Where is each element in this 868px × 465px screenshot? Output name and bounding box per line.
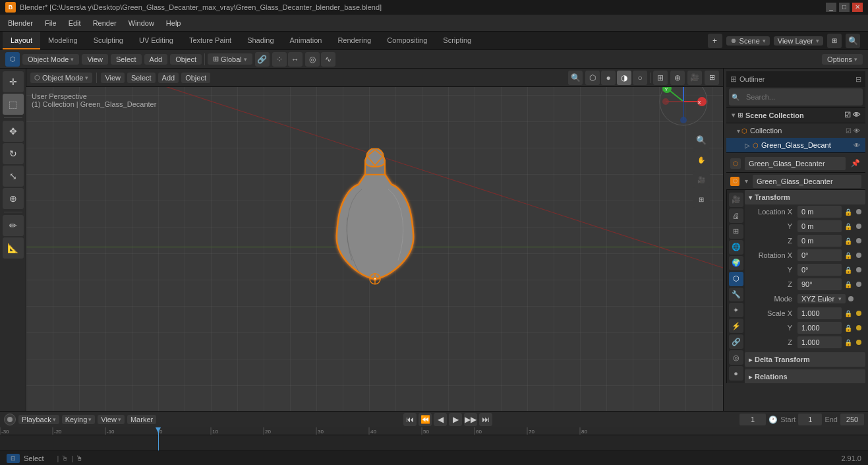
menu-render[interactable]: Render — [88, 18, 122, 28]
jump-prev-btn[interactable]: ⏪ — [419, 413, 432, 426]
tab-modeling[interactable]: Modeling — [40, 32, 86, 49]
view-menu[interactable]: View — [82, 54, 108, 65]
move-tool[interactable]: ✥ — [3, 121, 24, 142]
modifier-props-tab[interactable]: 🔧 — [729, 288, 743, 302]
record-button[interactable] — [4, 414, 16, 425]
vp-object-btn[interactable]: Object — [181, 73, 210, 83]
show-overlays-btn[interactable]: ⊞ — [653, 71, 668, 85]
pivot-icon[interactable]: ◎ — [305, 52, 320, 67]
add-menu[interactable]: Add — [144, 54, 168, 65]
rotation-x-dot[interactable] — [856, 253, 861, 258]
physics-props-tab[interactable]: ⚡ — [729, 319, 743, 333]
decanter-object[interactable] — [329, 148, 421, 306]
playback-menu[interactable]: Playback ▾ — [18, 415, 59, 424]
jump-end-btn[interactable]: ⏭ — [479, 413, 492, 426]
object-row[interactable]: ▷ ⬡ Green_Glass_Decant 👁 — [726, 138, 865, 152]
rotation-mode-dropdown[interactable]: XYZ Euler — [797, 294, 846, 303]
object-menu[interactable]: Object — [170, 54, 202, 65]
rotation-y-lock[interactable]: 🔒 — [844, 266, 854, 274]
panel-toggle-button[interactable]: ⊞ — [827, 34, 842, 48]
outliner-search-input[interactable] — [742, 90, 860, 104]
viewport-grid-btn[interactable]: ⊞ — [705, 71, 719, 85]
location-y-value[interactable]: 0 m — [797, 220, 842, 232]
location-x-lock[interactable]: 🔒 — [844, 208, 854, 216]
transform-tool[interactable]: ⊕ — [3, 188, 24, 209]
world-props-tab[interactable]: 🌍 — [729, 256, 743, 270]
scale-z-value[interactable]: 1.000 — [797, 336, 842, 348]
rotate-tool[interactable]: ↻ — [3, 143, 24, 164]
collection-eye[interactable]: 👁 — [854, 127, 860, 135]
tab-scripting[interactable]: Scripting — [435, 32, 479, 49]
show-gizmos-btn[interactable]: ⊕ — [670, 71, 685, 85]
scale-tool[interactable]: ⤡ — [3, 166, 24, 187]
zoom-in-btn[interactable]: ✋ — [693, 151, 710, 168]
scale-y-lock[interactable]: 🔒 — [844, 325, 854, 332]
falloff-icon[interactable]: ∿ — [321, 52, 335, 67]
viewport-lock-btn[interactable]: 🎥 — [687, 71, 702, 85]
end-frame-input[interactable] — [840, 414, 864, 425]
marker-menu[interactable]: Marker — [127, 415, 156, 424]
render-props-tab[interactable]: 🎥 — [729, 193, 743, 207]
snap-toggle[interactable]: ⁘ — [272, 52, 287, 67]
menu-file[interactable]: File — [40, 18, 62, 28]
mode-icon[interactable]: ⬡ — [5, 52, 20, 67]
scale-z-lock[interactable]: 🔒 — [844, 339, 854, 346]
tab-layout[interactable]: Layout — [3, 32, 40, 49]
output-props-tab[interactable]: 🖨 — [729, 208, 743, 223]
keying-menu[interactable]: Keying ▾ — [62, 415, 96, 424]
options-button[interactable]: Options ▾ — [822, 54, 863, 65]
jump-start-btn[interactable]: ⏮ — [403, 413, 417, 426]
rotation-z-lock[interactable]: 🔒 — [844, 281, 854, 288]
view-layer-selector[interactable]: View Layer ▾ — [774, 36, 823, 46]
view-menu-timeline[interactable]: View ▾ — [98, 415, 125, 424]
collection-checkbox[interactable]: ☑ — [846, 127, 852, 135]
rotation-y-dot[interactable] — [856, 267, 861, 272]
maximize-button[interactable]: □ — [839, 3, 850, 12]
snap-icon[interactable]: 🔗 — [255, 52, 270, 67]
location-z-lock[interactable]: 🔒 — [844, 237, 854, 245]
vp-mode-btn[interactable]: ⬡ Object Mode ▾ — [30, 73, 92, 83]
object-eye[interactable]: 👁 — [854, 142, 860, 149]
scale-x-lock[interactable]: 🔒 — [844, 310, 854, 317]
tab-rendering[interactable]: Rendering — [330, 32, 379, 49]
play-btn[interactable]: ▶ — [449, 413, 462, 426]
menu-blender[interactable]: Blender — [3, 18, 38, 28]
scale-z-dot[interactable] — [856, 340, 861, 345]
object-name-input[interactable] — [745, 157, 846, 170]
mode-dot[interactable] — [848, 296, 854, 301]
step-fwd-btn[interactable]: ▶▶ — [464, 413, 477, 426]
location-y-lock[interactable]: 🔒 — [844, 223, 854, 230]
location-y-dot[interactable] — [856, 224, 861, 229]
fps-indicator[interactable]: 🕐 — [768, 416, 778, 424]
select-mode-icon[interactable]: ⊡ — [7, 454, 20, 463]
scale-y-dot[interactable] — [856, 325, 861, 330]
constraints-props-tab[interactable]: 🔗 — [729, 334, 743, 349]
viewport-search-btn[interactable]: 🔍 — [568, 71, 583, 85]
tab-texture-paint[interactable]: Texture Paint — [181, 32, 239, 49]
select-menu[interactable]: Select — [111, 54, 142, 65]
vp-view-btn[interactable]: View — [101, 73, 125, 83]
data-props-tab[interactable]: ◎ — [729, 350, 743, 365]
sc-eye-icon[interactable]: 👁 — [853, 111, 860, 119]
mode-dropdown[interactable]: Object Mode ▾ — [22, 54, 79, 65]
pin-button[interactable]: 📌 — [850, 158, 861, 170]
grid-view-btn[interactable]: ⊞ — [693, 191, 710, 208]
step-back-btn[interactable]: ◀ — [434, 413, 447, 426]
object-props-tab[interactable]: ⬡ — [729, 272, 743, 286]
annotate-tool[interactable]: ✏ — [3, 215, 24, 236]
menu-edit[interactable]: Edit — [63, 18, 86, 28]
add-workspace-button[interactable]: + — [708, 34, 722, 48]
material-mode-icon[interactable]: ◑ — [617, 71, 631, 85]
scale-x-dot[interactable] — [856, 311, 861, 316]
tab-animation[interactable]: Animation — [282, 32, 330, 49]
scale-x-value[interactable]: 1.000 — [797, 307, 842, 319]
delta-transform-header[interactable]: ▸ Delta Transform — [745, 352, 865, 367]
location-x-dot[interactable] — [856, 209, 861, 214]
tab-uv-editing[interactable]: UV Editing — [131, 32, 181, 49]
tab-shading[interactable]: Shading — [239, 32, 281, 49]
tab-compositing[interactable]: Compositing — [379, 32, 435, 49]
wireframe-mode-icon[interactable]: ⬡ — [585, 71, 600, 85]
close-button[interactable]: ✕ — [852, 3, 863, 12]
location-x-value[interactable]: 0 m — [797, 206, 842, 218]
rotation-y-value[interactable]: 0° — [797, 264, 842, 276]
